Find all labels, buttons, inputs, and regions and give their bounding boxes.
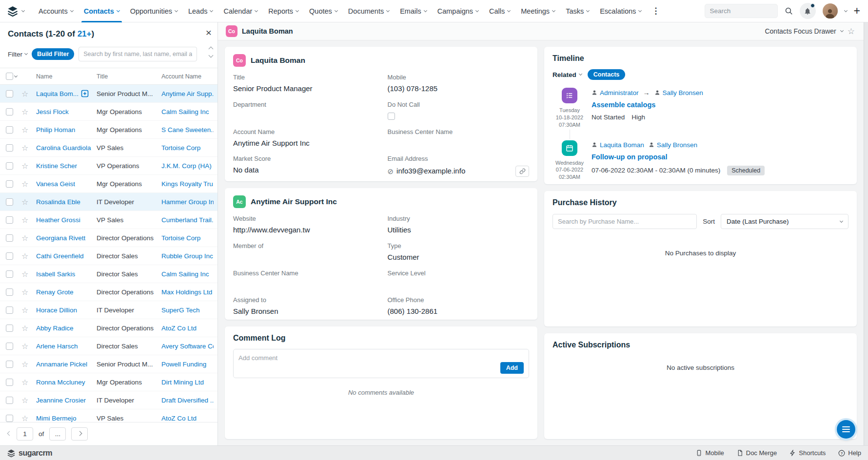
table-row[interactable]: ☆ Carolina Guardiola VP Sales Tortoise C… [0,139,217,157]
sort-select[interactable]: Date (Last Purchase) [721,214,848,229]
table-row[interactable]: ☆ Arlene Harsch Director Sales Avery Sof… [0,337,217,355]
person-link[interactable]: Sally Bronsen [649,141,697,149]
field-office-phone[interactable]: Office Phone(806) 130-2861 [388,296,530,316]
nav-item-calendar[interactable]: Calendar [218,0,263,22]
table-row[interactable]: ☆ Laquita Bom... Senior Product M... Any… [0,85,217,103]
person-link[interactable]: Sally Bronsen [654,89,703,96]
favorite-star-icon[interactable]: ☆ [21,143,36,153]
favorite-star-icon[interactable]: ☆ [21,269,36,279]
account-name-link[interactable]: Tortoise Corp [161,234,200,242]
contact-name-link[interactable]: Heather Grossi [36,216,80,224]
table-row[interactable]: ☆ Vanesa Geist Mgr Operations Kings Roya… [0,175,217,193]
nav-item-emails[interactable]: Emails [395,0,432,22]
email-primary-link[interactable]: info39@example.info [396,167,465,176]
person-link[interactable]: Administrator [592,89,639,96]
contact-name-link[interactable]: Isabell Sarkis [36,270,75,278]
row-checkbox[interactable] [6,415,13,422]
field-title[interactable]: TitleSenior Product Manager [233,74,375,94]
purchase-search-input[interactable] [552,214,697,229]
contact-name-link[interactable]: Carolina Guardiola [36,144,91,152]
account-name-link[interactable]: AtoZ Co Ltd [161,325,197,332]
page-next-button[interactable] [71,427,88,441]
table-row[interactable]: ☆ Jeannine Crosier IT Developer Draft Di… [0,391,217,409]
row-checkbox[interactable] [6,343,13,350]
page-number[interactable]: 1 [17,427,33,441]
focus-drawer-icon[interactable] [81,90,89,97]
table-row[interactable]: ☆ Cathi Greenfield Director Sales Rubble… [0,247,217,265]
field-do-not-call[interactable]: Do Not Call [388,101,530,121]
notifications-button[interactable] [800,3,816,19]
favorite-star-icon[interactable]: ☆ [21,215,36,225]
favorite-star-icon[interactable]: ☆ [21,378,36,387]
build-filter-button[interactable]: Build Filter [32,48,74,60]
contact-name-link[interactable]: Kristine Scher [36,162,77,170]
field-industry[interactable]: IndustryUtilities [388,215,530,235]
contact-name-link[interactable]: Cathi Greenfield [36,252,84,260]
field-assigned-to[interactable]: Assigned toSally Bronsen [233,296,375,316]
field-website[interactable]: Websitehttp://www.devvegan.tw [233,215,375,235]
account-name-link[interactable]: Calm Sailing Inc [161,108,209,115]
contact-name-link[interactable]: Ronna Mccluney [36,379,85,386]
list-search-input[interactable] [79,47,197,61]
favorite-star-icon[interactable]: ☆ [21,324,36,333]
row-checkbox[interactable] [6,288,13,296]
row-checkbox[interactable] [6,198,13,206]
row-checkbox[interactable] [6,361,13,368]
nav-item-calls[interactable]: Calls [484,0,515,22]
favorite-star-icon[interactable]: ☆ [21,288,36,297]
nav-item-meetings[interactable]: Meetings [515,0,560,22]
row-checkbox[interactable] [6,90,13,97]
table-row[interactable]: ☆ Abby Radice Director Operations AtoZ C… [0,319,217,337]
contact-name-link[interactable]: Mimi Bermejo [36,415,77,422]
table-row[interactable]: ☆ Horace Dillion IT Developer SuperG Tec… [0,301,217,319]
entry-title-link[interactable]: Assemble catalogs [592,101,848,109]
account-name-link[interactable]: Tortoise Corp [161,144,200,152]
table-row[interactable]: ☆ Jessi Flock Mgr Operations Calm Sailin… [0,103,217,121]
account-name-link[interactable]: J.K.M. Corp (HA) [161,162,212,170]
comment-input[interactable]: Add comment Add [233,349,529,378]
favorite-star-icon[interactable]: ☆ [21,161,36,171]
footer-mobile-link[interactable]: Mobile [696,449,724,457]
nav-item-accounts[interactable]: Accounts [33,0,79,22]
user-menu-chevron[interactable] [844,8,848,12]
select-menu-chevron[interactable] [14,74,18,77]
prev-record-button[interactable] [209,46,213,51]
table-row[interactable]: ☆ Renay Grote Director Operations Max Ho… [0,283,217,301]
contact-name-link[interactable]: Horace Dillion [36,307,77,314]
account-name-link[interactable]: Cumberland Trail... [161,216,214,224]
chevron-down-icon[interactable] [840,29,844,32]
footer-help-link[interactable]: ? Help [838,449,861,457]
row-checkbox[interactable] [6,397,13,404]
field-market-score[interactable]: Market ScoreNo data [233,155,375,181]
row-checkbox[interactable] [6,325,13,332]
contact-name-link[interactable]: Philip Homan [36,126,75,134]
column-header-title[interactable]: Title [97,73,161,80]
account-name-link[interactable]: Avery Software Co [161,343,214,350]
contacts-filter-pill[interactable]: Contacts [588,69,625,80]
favorite-star-icon[interactable]: ☆ [21,396,36,405]
favorite-star-icon[interactable]: ☆ [21,414,36,422]
field-business-center[interactable]: Business Center Name [233,269,375,289]
field-mobile[interactable]: Mobile(103) 078-1285 [388,74,530,94]
favorite-star-icon[interactable]: ☆ [21,233,36,243]
contact-name-link[interactable]: Abby Radice [36,325,74,332]
footer-doc-merge-link[interactable]: Doc Merge [737,449,777,457]
select-all-checkbox[interactable] [6,73,13,80]
field-member-of[interactable]: Member of [233,242,375,262]
do-not-call-checkbox[interactable] [388,113,395,120]
table-row[interactable]: ☆ Heather Grossi VP Sales Cumberland Tra… [0,211,217,229]
contact-name-link[interactable]: Rosalinda Eble [36,198,80,206]
floating-action-button[interactable] [837,420,855,439]
record-count[interactable]: 21+ [78,29,92,38]
contact-name-link[interactable]: Laquita Bom... [36,90,79,97]
account-name-link[interactable]: SuperG Tech [161,307,200,314]
contact-name-link[interactable]: Georgiana Rivett [36,234,85,242]
favorite-star-icon[interactable]: ☆ [21,89,36,98]
copy-link-button[interactable] [515,166,529,177]
table-row[interactable]: ☆ Georgiana Rivett Director Operations T… [0,229,217,247]
email-secondary-link[interactable]: beans.phone@example.net [388,180,530,181]
close-icon[interactable]: × [206,27,212,38]
nav-item-quotes[interactable]: Quotes [304,0,343,22]
person-link[interactable]: Laquita Boman [592,141,644,149]
account-name-link[interactable]: Rubble Group Inc [161,252,213,260]
